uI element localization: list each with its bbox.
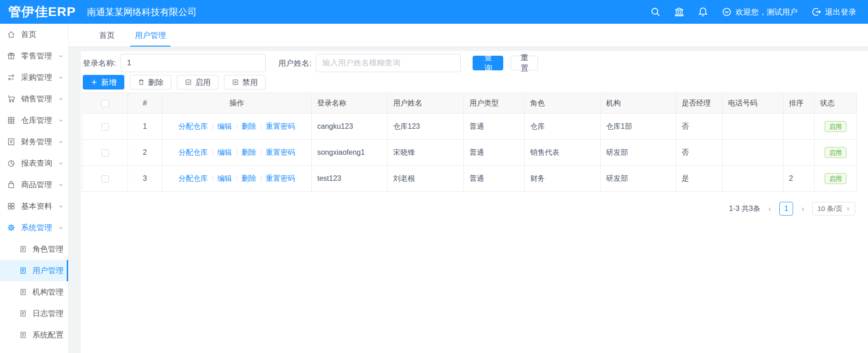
- sidebar-item-warehouse[interactable]: 仓库管理: [0, 110, 68, 131]
- document-icon: [19, 245, 27, 253]
- reset-button[interactable]: 重 置: [511, 56, 538, 70]
- chevron-down-icon: [58, 53, 64, 59]
- row-index: 2: [128, 140, 162, 166]
- sidebar-item-org-mgmt[interactable]: 机构管理: [0, 281, 68, 303]
- finance-icon: [7, 137, 16, 146]
- reset-password-link[interactable]: 重置密码: [266, 148, 295, 156]
- col-login: 登录名称: [312, 93, 388, 114]
- login-name-input[interactable]: [121, 54, 266, 72]
- chevron-up-icon: [58, 225, 64, 231]
- sidebar-item-retail[interactable]: 零售管理: [0, 45, 68, 67]
- page-number-button[interactable]: 1: [779, 202, 793, 216]
- cell-login: songxiaofeng1: [312, 140, 388, 166]
- tab-user-mgmt[interactable]: 用户管理: [125, 24, 176, 47]
- edit-link[interactable]: 编辑: [218, 174, 232, 182]
- chevron-down-icon: [58, 75, 64, 80]
- bell-icon[interactable]: [698, 7, 708, 17]
- row-checkbox[interactable]: [101, 175, 109, 183]
- goods-bag-icon: [7, 180, 16, 189]
- prev-page-icon[interactable]: ‹: [767, 204, 773, 214]
- edit-link[interactable]: 编辑: [218, 122, 232, 130]
- cell-org: 研发部: [601, 166, 676, 192]
- tab-label: 首页: [99, 30, 115, 41]
- row-index: 3: [128, 166, 162, 192]
- sidebar-item-system[interactable]: 系统管理: [0, 217, 68, 238]
- cell-sort: 2: [783, 166, 815, 192]
- cell-org: 仓库1部: [601, 114, 676, 140]
- table-header-row: # 操作 登录名称 用户姓名 用户类型 角色 机构 是否经理 电话号码 排序 状…: [83, 93, 857, 114]
- user-menu[interactable]: 欢迎您，测试用户: [722, 7, 798, 17]
- add-label: 新增: [101, 77, 117, 88]
- row-index: 1: [128, 114, 162, 140]
- tab-home[interactable]: 首页: [89, 24, 125, 47]
- bank-home-icon[interactable]: [674, 7, 684, 17]
- sidebar-item-home[interactable]: 首页: [0, 24, 68, 45]
- enable-button[interactable]: 启用: [177, 75, 218, 90]
- content-panel: 登录名称: 用户姓名: 查 询 重 置 新增: [81, 51, 868, 353]
- user-name-input[interactable]: [316, 54, 461, 72]
- sidebar-item-reports[interactable]: 报表查询: [0, 153, 68, 174]
- sidebar-item-purchase[interactable]: 采购管理: [0, 67, 68, 88]
- add-button[interactable]: 新增: [83, 75, 124, 90]
- sidebar-item-label: 系统管理: [21, 222, 52, 233]
- sidebar-item-label: 角色管理: [32, 244, 64, 254]
- col-role: 角色: [525, 93, 601, 114]
- pagination: 1-3 共3条 ‹ 1 › 10 条/页 ∨: [82, 202, 855, 216]
- query-button[interactable]: 查 询: [473, 56, 503, 70]
- table-row: 3 分配仓库编辑删除重置密码 test123 刘老根 普通 财务 研发部 是 2: [83, 166, 857, 192]
- search-icon[interactable]: [650, 7, 660, 17]
- select-all-checkbox[interactable]: [101, 100, 109, 107]
- chevron-down-icon: [58, 204, 64, 209]
- table-row: 2 分配仓库编辑删除重置密码 songxiaofeng1 宋晓锋 普通 销售代表…: [83, 140, 857, 166]
- check-square-icon: [185, 79, 192, 86]
- cell-login: test123: [312, 166, 388, 192]
- erp-app: 管伊佳ERP 南通某某网络科技有限公司 欢迎您，测试用户: [0, 0, 868, 353]
- assign-warehouse-link[interactable]: 分配仓库: [179, 174, 208, 182]
- cell-type: 普通: [464, 140, 525, 166]
- edit-link[interactable]: 编辑: [218, 148, 232, 156]
- reset-password-link[interactable]: 重置密码: [266, 122, 295, 130]
- row-checkbox[interactable]: [101, 123, 109, 131]
- status-badge: 启用: [825, 147, 847, 158]
- plus-icon: [91, 79, 98, 86]
- delete-link[interactable]: 删除: [242, 148, 256, 156]
- sidebar-item-role-mgmt[interactable]: 角色管理: [0, 238, 68, 260]
- sidebar-item-basic-data[interactable]: 基本资料: [0, 195, 68, 217]
- sidebar-item-sales[interactable]: 销售管理: [0, 88, 68, 110]
- table-toolbar: 新增 删除 启用: [82, 75, 855, 90]
- assign-warehouse-link[interactable]: 分配仓库: [179, 122, 208, 130]
- sidebar-item-log-mgmt[interactable]: 日志管理: [0, 303, 68, 324]
- disable-button[interactable]: 禁用: [224, 75, 266, 90]
- delete-button[interactable]: 删除: [130, 75, 171, 90]
- row-checkbox[interactable]: [101, 149, 109, 157]
- sidebar-item-goods[interactable]: 商品管理: [0, 174, 68, 195]
- page-size-select[interactable]: 10 条/页 ∨: [812, 202, 855, 216]
- assign-warehouse-link[interactable]: 分配仓库: [179, 148, 208, 156]
- chevron-down-icon: ∨: [846, 205, 850, 212]
- logout-icon: [811, 7, 821, 17]
- report-pie-icon: [7, 159, 16, 168]
- sidebar-item-sys-config[interactable]: 系统配置: [0, 324, 68, 346]
- reset-password-link[interactable]: 重置密码: [266, 174, 295, 182]
- cell-name: 刘老根: [388, 166, 464, 192]
- sidebar-item-user-mgmt[interactable]: 用户管理: [0, 260, 68, 281]
- logout-button[interactable]: 退出登录: [811, 7, 856, 17]
- disable-label: 禁用: [242, 77, 258, 88]
- logout-label: 退出登录: [825, 7, 856, 17]
- sidebar-item-label: 机构管理: [32, 287, 64, 297]
- chevron-down-icon: [58, 161, 64, 166]
- sidebar-item-label: 系统配置: [32, 330, 64, 340]
- next-page-icon[interactable]: ›: [799, 204, 806, 214]
- chevron-down-icon: [58, 118, 64, 123]
- purchase-icon: [7, 73, 16, 82]
- table-row: 1 分配仓库编辑删除重置密码 cangku123 仓库123 普通 仓库 仓库1…: [83, 114, 857, 140]
- col-status: 状态: [815, 93, 857, 114]
- cell-role: 仓库: [525, 114, 601, 140]
- cell-sort: [783, 140, 815, 166]
- delete-link[interactable]: 删除: [242, 174, 256, 182]
- delete-link[interactable]: 删除: [242, 122, 256, 130]
- main-area: 首页 用户管理 登录名称: 用户姓名: 查 询 重 置: [69, 24, 868, 353]
- app-logo: 管伊佳ERP: [8, 3, 77, 21]
- sidebar-item-finance[interactable]: 财务管理: [0, 131, 68, 153]
- tab-label: 用户管理: [135, 30, 166, 41]
